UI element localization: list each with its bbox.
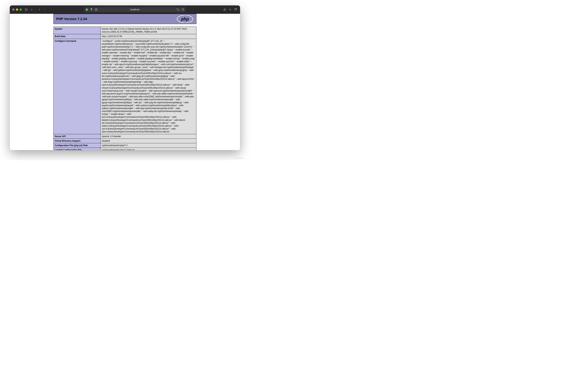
- phpinfo-value: /opt/homebrew/etc/php/7.2: [101, 143, 196, 148]
- browser-window: ● localhost: [10, 5, 240, 150]
- table-row: SystemDarwin 192.168.1.5 23.1.0 Darwin K…: [54, 27, 196, 34]
- browser-viewport[interactable]: PHP Version 7.2.34 php SystemDarwin 192.…: [10, 14, 240, 150]
- phpinfo-value: './configure' '--prefix=/opt/homebrew/Ce…: [101, 39, 196, 134]
- reload-button[interactable]: [181, 8, 184, 11]
- watermark-text: CSDN @.....: [235, 157, 246, 159]
- table-row: Configure Command'./configure' '--prefix…: [54, 39, 196, 134]
- site-extension-badge-icon[interactable]: ●: [86, 8, 88, 11]
- phpinfo-key: Configure Command: [54, 39, 101, 134]
- phpinfo-value: Apache 2.0 Handler: [101, 134, 196, 138]
- svg-rect-6: [177, 8, 178, 9]
- close-window-button[interactable]: [12, 8, 15, 11]
- phpinfo-table: SystemDarwin 192.168.1.5 23.1.0 Darwin K…: [53, 27, 196, 150]
- phpinfo-value: disabled: [101, 138, 196, 143]
- php-logo: php: [176, 15, 194, 23]
- minimize-window-button[interactable]: [16, 8, 18, 11]
- phpinfo-key: Loaded Configuration File: [54, 148, 101, 150]
- svg-rect-0: [25, 8, 27, 11]
- tab-overview-button[interactable]: [233, 8, 237, 12]
- phpinfo-key: Server API: [54, 134, 101, 138]
- phpinfo-value: /opt/homebrew/etc/php/7.2/php.ini: [101, 148, 196, 150]
- reader-mode-icon[interactable]: [95, 8, 98, 11]
- chevron-down-icon[interactable]: [30, 8, 34, 12]
- phpinfo-key: Build Date: [54, 34, 101, 39]
- svg-rect-7: [178, 10, 179, 11]
- back-button[interactable]: [38, 8, 42, 12]
- window-controls: [12, 8, 22, 11]
- forward-button[interactable]: [43, 8, 47, 12]
- svg-text:php: php: [181, 17, 189, 21]
- phpinfo-key: Configuration File (php.ini) Path: [54, 143, 101, 148]
- phpinfo-value: Sep 1 2023 02:37:06: [101, 34, 196, 39]
- address-bar[interactable]: ● localhost: [84, 7, 186, 12]
- share-button[interactable]: [223, 8, 227, 12]
- table-row: Loaded Configuration File/opt/homebrew/e…: [54, 148, 196, 150]
- maximize-window-button[interactable]: [20, 8, 22, 11]
- table-row: Virtual Directory Supportdisabled: [54, 138, 196, 143]
- phpinfo-key: Virtual Directory Support: [54, 138, 101, 143]
- address-bar-url: localhost: [84, 8, 186, 11]
- phpinfo-key: System: [54, 27, 101, 34]
- sidebar-toggle-button[interactable]: [24, 8, 28, 12]
- table-row: Configuration File (php.ini) Path/opt/ho…: [54, 143, 196, 148]
- phpinfo-value: Darwin 192.168.1.5 23.1.0 Darwin Kernel …: [101, 27, 196, 34]
- svg-rect-11: [235, 8, 236, 10]
- table-row: Server APIApache 2.0 Handler: [54, 134, 196, 138]
- browser-titlebar: ● localhost: [10, 5, 240, 14]
- phpinfo-header: PHP Version 7.2.34 php: [53, 14, 196, 24]
- translate-icon[interactable]: [176, 8, 179, 11]
- php-version-title: PHP Version 7.2.34: [56, 17, 87, 21]
- privacy-report-icon[interactable]: [90, 8, 93, 11]
- table-row: Build DateSep 1 2023 02:37:06: [54, 34, 196, 39]
- new-tab-button[interactable]: [228, 8, 232, 12]
